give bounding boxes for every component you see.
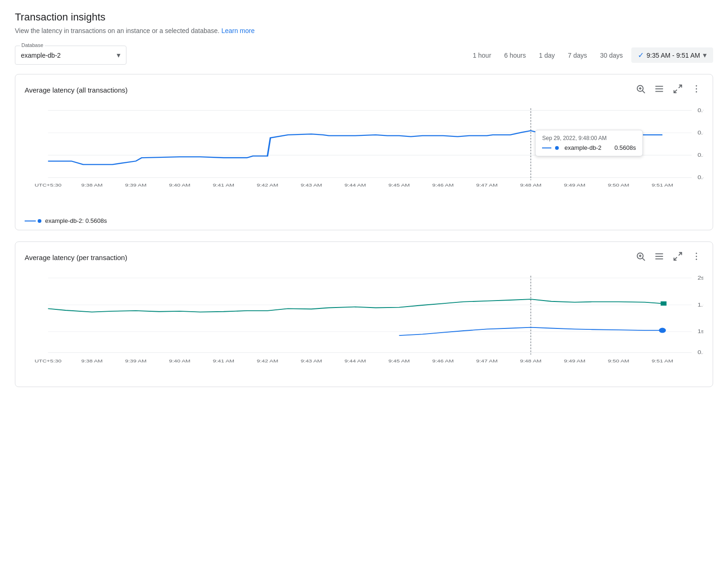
chart1-actions [634,82,703,98]
svg-text:9:40 AM: 9:40 AM [169,359,190,363]
check-icon: ✓ [638,51,644,60]
svg-text:9:47 AM: 9:47 AM [476,183,497,187]
chart2-title: Average latency (per transaction) [25,254,127,261]
fullscreen-button[interactable] [671,82,685,98]
chart2-legend-button[interactable] [652,249,666,266]
page-subtitle: View the latency in transactions on an i… [15,27,713,34]
chart1-legend: example-db-2: 0.5608s [25,217,703,224]
svg-text:0.5s: 0.5s [697,153,703,158]
svg-text:9:45 AM: 9:45 AM [388,359,410,363]
arrow-down-icon: ▾ [703,51,707,60]
database-selector[interactable]: Database example-db-2 ▾ [15,46,126,65]
svg-text:9:50 AM: 9:50 AM [608,359,629,363]
chart-card-all-transactions: Average latency (all transactions) [15,74,713,230]
svg-point-9 [696,85,697,87]
svg-line-7 [679,85,682,88]
svg-text:9:47 AM: 9:47 AM [476,359,497,363]
svg-text:0.5s: 0.5s [697,350,703,355]
time-btn-1hour[interactable]: 1 hour [468,49,496,62]
svg-text:9:49 AM: 9:49 AM [564,359,585,363]
svg-text:0.55s: 0.55s [697,130,703,136]
chart1-header: Average latency (all transactions) [25,82,703,98]
chart2-fullscreen-button[interactable] [671,249,685,266]
time-controls: 1 hour 6 hours 1 day 7 days 30 days ✓ 9:… [468,47,713,63]
legend-button[interactable] [652,82,666,98]
svg-text:9:42 AM: 9:42 AM [257,183,278,187]
svg-text:1s: 1s [697,329,703,335]
svg-text:9:38 AM: 9:38 AM [81,359,103,363]
chart1-legend-label: example-db-2: 0.5608s [45,217,107,224]
time-btn-30days[interactable]: 30 days [596,49,628,62]
chart2-more-button[interactable] [689,249,703,266]
toolbar: Database example-db-2 ▾ 1 hour 6 hours 1… [15,46,713,65]
svg-text:9:39 AM: 9:39 AM [125,359,146,363]
chart2-area: 2s 1.5s 1s 0.5s UTC+5:30 9:38 AM 9:39 AM… [25,269,703,381]
svg-text:9:51 AM: 9:51 AM [652,359,673,363]
svg-text:9:38 AM: 9:38 AM [81,183,103,187]
svg-line-37 [642,258,645,261]
svg-point-73 [659,328,666,333]
chart1-title: Average latency (all transactions) [25,86,128,94]
db-select-value[interactable]: example-db-2 ▾ [21,48,120,62]
svg-text:9:45 AM: 9:45 AM [388,183,410,187]
svg-text:9:48 AM: 9:48 AM [520,183,542,187]
svg-line-1 [642,91,645,93]
svg-point-46 [696,256,697,257]
chart2-header: Average latency (per transaction) [25,249,703,266]
svg-text:UTC+5:30: UTC+5:30 [35,183,62,187]
svg-line-8 [674,90,677,93]
time-btn-7days[interactable]: 7 days [563,49,592,62]
chevron-down-icon: ▾ [117,51,120,60]
svg-text:0.45s: 0.45s [697,175,703,181]
svg-text:9:48 AM: 9:48 AM [520,359,542,363]
svg-text:9:39 AM: 9:39 AM [125,183,146,187]
svg-text:1.5s: 1.5s [697,302,703,308]
db-selected-value: example-db-2 [21,52,61,59]
learn-more-link[interactable]: Learn more [221,27,255,34]
more-options-button[interactable] [689,82,703,98]
svg-text:UTC+5:30: UTC+5:30 [35,359,62,363]
svg-text:9:42 AM: 9:42 AM [257,359,278,363]
page-title: Transaction insights [15,11,713,23]
svg-text:2s: 2s [697,275,703,281]
svg-text:9:43 AM: 9:43 AM [301,359,322,363]
svg-text:0.6s: 0.6s [697,108,703,114]
svg-text:9:51 AM: 9:51 AM [652,183,673,187]
time-btn-6hours[interactable]: 6 hours [500,49,531,62]
svg-text:9:44 AM: 9:44 AM [344,183,366,187]
svg-line-44 [674,257,677,260]
time-range-label: 9:35 AM - 9:51 AM [647,52,700,59]
svg-text:9:41 AM: 9:41 AM [213,183,234,187]
svg-line-43 [679,253,682,255]
chart2-zoom-button[interactable] [634,249,648,266]
svg-text:9:41 AM: 9:41 AM [213,359,234,363]
svg-text:9:50 AM: 9:50 AM [608,183,629,187]
svg-point-47 [696,259,697,260]
svg-point-11 [696,91,697,93]
time-range-button[interactable]: ✓ 9:35 AM - 9:51 AM ▾ [631,47,713,63]
svg-point-45 [696,253,697,254]
time-btn-1day[interactable]: 1 day [534,49,559,62]
svg-text:9:44 AM: 9:44 AM [344,359,366,363]
chart-card-per-transaction: Average latency (per transaction) [15,241,713,387]
svg-text:9:43 AM: 9:43 AM [301,183,322,187]
db-select-label: Database [20,42,45,48]
svg-point-10 [696,88,697,90]
svg-text:9:46 AM: 9:46 AM [432,359,454,363]
chart1-area: 0.6s 0.55s 0.5s 0.45s UTC+5:30 9:38 AM 9… [25,102,703,214]
zoom-button[interactable] [634,82,648,98]
chart2-actions [634,249,703,266]
svg-text:9:46 AM: 9:46 AM [432,183,454,187]
svg-text:9:49 AM: 9:49 AM [564,183,585,187]
svg-text:9:40 AM: 9:40 AM [169,183,190,187]
svg-rect-72 [661,301,667,306]
